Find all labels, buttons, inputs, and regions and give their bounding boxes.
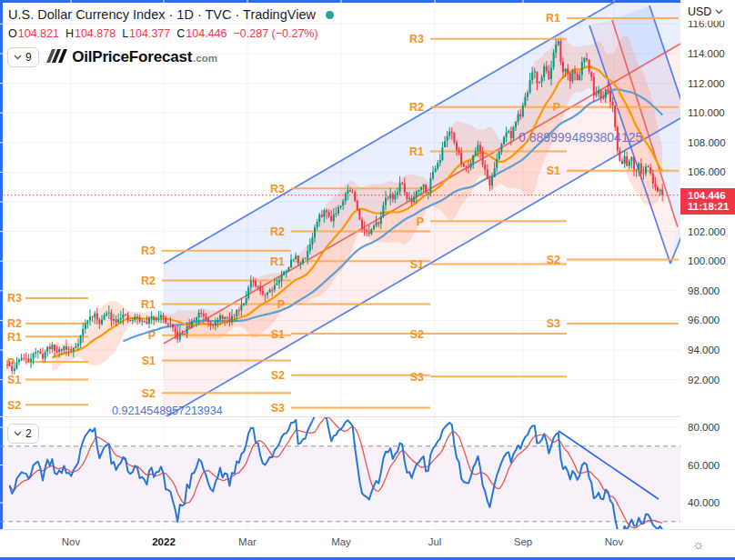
svg-text:S1: S1 (271, 328, 285, 341)
time-tick-label: Jul (415, 536, 455, 547)
chevron-down-icon (715, 9, 723, 15)
axis-corner: ☼ (680, 530, 735, 557)
low-value: 104.377 (129, 27, 170, 40)
open-label: O (8, 27, 17, 40)
price-tick-label: 106.000 (680, 165, 735, 178)
price-tick-label: 96.000 (680, 314, 735, 326)
svg-text:R3: R3 (141, 245, 156, 257)
svg-text:R3: R3 (270, 183, 285, 195)
svg-text:R2: R2 (409, 101, 424, 114)
svg-text:R3: R3 (7, 292, 22, 305)
price-tick-label: 94.000 (680, 344, 735, 356)
svg-text:S2: S2 (7, 399, 21, 412)
logo-slashes-icon (49, 49, 67, 63)
logo-tld: .com (193, 53, 217, 64)
countdown-timer: 11:18:21 (688, 201, 735, 213)
svg-text:S1: S1 (7, 374, 21, 386)
last-price-badge: 104.446 11:18:21 (680, 188, 735, 215)
price-tick-label: 102.000 (680, 225, 735, 238)
rsi-tick-label: 80.000 (680, 421, 735, 434)
high-label: H (65, 27, 74, 40)
svg-text:R2: R2 (270, 225, 285, 238)
time-tick-label: 2022 (144, 536, 184, 547)
svg-text:R1: R1 (409, 145, 424, 158)
price-tick-label: 108.000 (680, 136, 735, 149)
svg-text:0.8899994893804125: 0.8899994893804125 (519, 130, 642, 145)
time-tick-label: Mar (227, 536, 267, 547)
svg-text:R2: R2 (7, 317, 22, 330)
svg-text:S2: S2 (142, 387, 156, 400)
high-value: 104.878 (75, 27, 116, 40)
svg-text:S3: S3 (547, 317, 560, 330)
indicators-count: 9 (25, 51, 32, 64)
chart-widget-frame: R3R2R1PS1S2R3R2R1PS1S2R3R2R1PS1S2S3R3R2R… (0, 0, 735, 560)
svg-text:S3: S3 (271, 402, 285, 415)
chevron-down-icon (14, 431, 22, 436)
oilpriceforecast-logo: OilPriceForecast .com (49, 48, 217, 66)
market-status-dot-icon (326, 11, 334, 19)
logo-name: OilPriceForecast (72, 48, 192, 66)
open-value: 104.821 (18, 27, 59, 40)
svg-text:P: P (417, 215, 424, 228)
rsi-indicators-count: 2 (25, 427, 32, 440)
svg-text:S2: S2 (410, 328, 424, 341)
symbol-title: U.S. Dollar Currency Index · 1D · TVC · … (8, 7, 316, 22)
svg-text:S3: S3 (410, 371, 424, 384)
price-axis[interactable]: USD 104.446 11:18:21 116.000114.000112.0… (680, 0, 735, 529)
theme-sun-icon[interactable]: ☼ (692, 536, 705, 552)
svg-text:P: P (7, 356, 15, 369)
pane-separator[interactable] (0, 416, 735, 417)
chevron-down-icon (14, 55, 22, 60)
svg-text:R3: R3 (409, 33, 424, 45)
price-tick-label: 98.000 (680, 285, 735, 297)
svg-text:R1: R1 (141, 298, 156, 311)
rsi-pane-canvas[interactable] (0, 416, 680, 529)
svg-text:0.9214548957213934: 0.9214548957213934 (112, 405, 223, 416)
svg-text:R1: R1 (546, 12, 560, 25)
ohlc-row: O104.821H104.878L104.377C104.446−0.287 (… (8, 27, 325, 40)
price-tick-label: 92.000 (680, 374, 735, 386)
price-tick-label: 112.000 (680, 77, 735, 90)
svg-text:P: P (553, 101, 560, 114)
low-label: L (122, 27, 128, 40)
svg-text:S2: S2 (547, 254, 560, 266)
currency-label: USD (688, 5, 711, 18)
rsi-tick-label: 40.000 (680, 496, 735, 509)
time-axis[interactable]: Nov2022MarMayJulSepNov (0, 530, 680, 557)
svg-text:S1: S1 (410, 258, 424, 271)
svg-text:S1: S1 (547, 165, 560, 177)
price-tick-label: 100.000 (680, 255, 735, 267)
rsi-tick-label: 60.000 (680, 459, 735, 472)
price-tick-label: 110.000 (680, 106, 735, 119)
currency-selector[interactable]: USD (680, 2, 735, 21)
svg-text:S2: S2 (271, 369, 285, 382)
svg-text:R1: R1 (7, 331, 22, 344)
time-tick-label: Nov (594, 536, 634, 547)
indicators-collapse-button[interactable]: 9 (7, 47, 39, 67)
symbol-title-row[interactable]: U.S. Dollar Currency Index · 1D · TVC · … (8, 7, 334, 22)
close-label: C (176, 27, 185, 40)
change-value: −0.287 (−0.27%) (234, 27, 318, 40)
svg-text:R1: R1 (270, 255, 285, 268)
rsi-collapse-button[interactable]: 2 (7, 424, 39, 444)
close-value: 104.446 (186, 27, 227, 40)
svg-text:S1: S1 (142, 355, 156, 367)
time-tick-label: May (321, 536, 361, 547)
rsi-indicators-row: 2 (7, 424, 39, 444)
svg-text:R2: R2 (141, 275, 156, 287)
price-tick-label: 114.000 (680, 47, 735, 60)
legend-row: 9 OilPriceForecast .com (7, 47, 217, 67)
time-tick-label: Sep (503, 536, 543, 547)
time-tick-label: Nov (51, 536, 91, 547)
last-price-value: 104.446 (688, 190, 735, 202)
